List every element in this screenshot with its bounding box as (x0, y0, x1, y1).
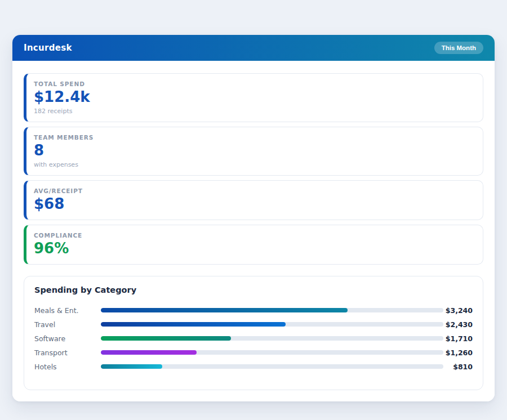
stat-card-total-spend: TOTAL SPEND $12.4k 182 receipts (24, 73, 483, 122)
category-value: $3,240 (443, 306, 473, 315)
bar-track (101, 364, 443, 369)
stat-value: 8 (34, 142, 474, 159)
chart-row-transport: Transport $1,260 (34, 346, 473, 360)
app-header: Incurdesk This Month (12, 35, 495, 61)
stat-card-avg-receipt: AVG/RECEIPT $68 (24, 180, 483, 220)
chart-title: Spending by Category (34, 285, 473, 294)
category-value: $2,430 (443, 320, 473, 329)
category-label: Hotels (34, 363, 101, 371)
stat-label: AVG/RECEIPT (34, 187, 474, 194)
bar-fill-software (101, 336, 231, 341)
stat-label: TEAM MEMBERS (34, 134, 474, 141)
period-badge[interactable]: This Month (434, 42, 483, 54)
chart-row-meals: Meals & Ent. $3,240 (34, 303, 473, 318)
bar-track (101, 322, 443, 327)
category-label: Travel (34, 320, 101, 329)
bar-track (101, 308, 443, 312)
chart-row-software: Software $1,710 (34, 332, 473, 346)
bar-fill-transport (101, 350, 197, 355)
stat-subtitle: with expenses (34, 161, 474, 168)
stat-value: 96% (34, 240, 474, 257)
stat-label: COMPLIANCE (34, 232, 474, 239)
chart-row-hotels: Hotels $810 (34, 360, 473, 374)
stat-value: $12.4k (34, 89, 474, 106)
bar-fill-travel (101, 322, 286, 327)
bar-fill-hotels (101, 364, 162, 369)
spending-by-category-chart: Spending by Category Meals & Ent. $3,240… (24, 276, 483, 390)
stat-card-compliance: COMPLIANCE 96% (24, 225, 483, 265)
stat-label: TOTAL SPEND (34, 81, 474, 87)
chart-row-travel: Travel $2,430 (34, 318, 473, 332)
category-label: Meals & Ent. (34, 306, 101, 315)
category-value: $810 (443, 363, 473, 371)
category-label: Software (34, 334, 101, 343)
category-value: $1,260 (443, 348, 473, 357)
dashboard-panel: Incurdesk This Month TOTAL SPEND $12.4k … (12, 35, 495, 401)
app-title: Incurdesk (24, 43, 72, 53)
stat-subtitle: 182 receipts (34, 108, 474, 115)
category-value: $1,710 (443, 334, 473, 343)
stat-card-team-members: TEAM MEMBERS 8 with expenses (24, 127, 483, 176)
bar-track (101, 350, 443, 355)
dashboard-body: TOTAL SPEND $12.4k 182 receipts TEAM MEM… (12, 61, 495, 401)
category-label: Transport (34, 348, 101, 357)
stat-value: $68 (34, 196, 474, 213)
bar-track (101, 336, 443, 341)
bar-fill-meals (101, 308, 348, 312)
